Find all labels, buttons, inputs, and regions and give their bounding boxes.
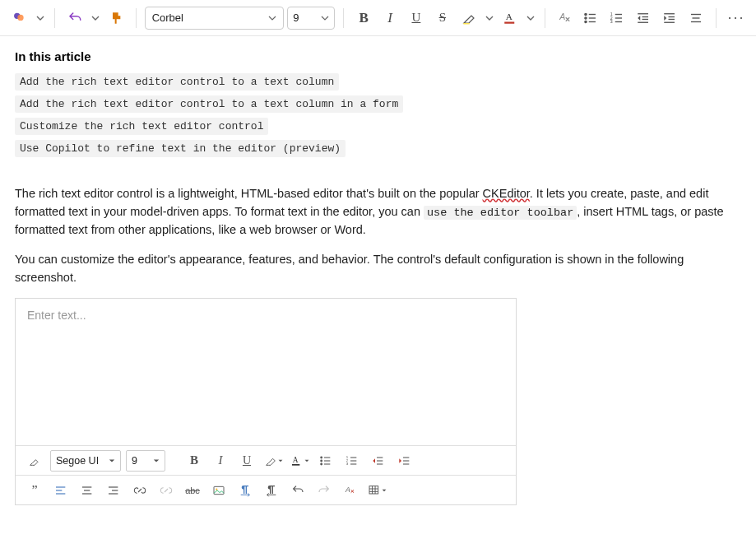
spellcheck-squiggle: CKEditor (483, 187, 530, 200)
undo-dropdown[interactable] (90, 14, 101, 22)
more-button[interactable]: ··· (725, 7, 748, 30)
blockquote-icon[interactable]: ” (24, 480, 45, 501)
divider (54, 8, 55, 28)
font-family-value-inner: Segoe UI (56, 455, 99, 467)
table-of-contents: Add the rich text editor control to a te… (15, 73, 741, 162)
font-size-value-inner: 9 (132, 455, 137, 467)
svg-point-33 (321, 463, 322, 465)
undo-icon-inner[interactable] (287, 480, 308, 501)
svg-point-6 (585, 16, 587, 18)
para1-part-a: The rich text editor control is a lightw… (15, 187, 483, 200)
font-size-select-inner[interactable]: 9 (126, 450, 165, 472)
font-size-select[interactable]: 9 (287, 7, 335, 30)
main-toolbar: Corbel 9 B I U S A A 123 ··· (0, 0, 756, 36)
align-button[interactable] (684, 7, 707, 30)
svg-point-57 (216, 488, 217, 490)
para2: You can customize the editor's appearanc… (15, 251, 741, 287)
font-size-value: 9 (293, 12, 299, 24)
svg-rect-59 (369, 486, 378, 493)
link-icon[interactable] (129, 480, 151, 501)
toc-link[interactable]: Add the rich text editor control to a te… (15, 73, 339, 91)
svg-text:A: A (345, 486, 350, 494)
italic-button-inner[interactable]: I (210, 450, 231, 472)
bullets-button[interactable] (579, 7, 602, 30)
copilot-dropdown[interactable] (35, 14, 46, 22)
highlight-dropdown[interactable] (484, 14, 495, 22)
svg-point-8 (585, 21, 587, 22)
align-center-icon[interactable] (77, 480, 98, 501)
font-color-button[interactable]: A (499, 7, 522, 30)
underline-button-inner[interactable]: U (236, 450, 257, 472)
bold-button[interactable]: B (352, 7, 375, 30)
svg-rect-28 (292, 464, 299, 466)
editor-toolbar-row1: Segoe UI 9 B I U A 123 (16, 445, 516, 475)
toc-link[interactable]: Add the rich text editor control to a te… (15, 95, 403, 113)
editor-screenshot: Enter text... Segoe UI 9 B I U A (15, 298, 517, 505)
rtl-icon[interactable] (261, 480, 282, 501)
inline-code: use the editor toolbar (424, 206, 577, 220)
undo-button[interactable] (63, 7, 86, 30)
clear-format-icon-inner[interactable]: A (340, 480, 361, 501)
divider (716, 8, 717, 28)
font-family-value: Corbel (152, 12, 183, 24)
divider (545, 8, 545, 28)
editor-content[interactable]: In this article Add the rich text editor… (0, 36, 756, 518)
decrease-indent-button[interactable] (632, 7, 655, 30)
divider (343, 8, 344, 28)
toc-link[interactable]: Customize the rich text editor control (15, 118, 268, 135)
article-header: In this article (15, 49, 741, 63)
align-left-icon[interactable] (50, 480, 72, 501)
divider (136, 8, 137, 28)
decrease-indent-button-inner[interactable] (368, 450, 389, 472)
svg-rect-56 (214, 486, 224, 494)
svg-point-29 (321, 457, 322, 458)
image-icon[interactable] (208, 480, 230, 501)
chevron-down-icon (321, 14, 329, 22)
chevron-down-icon (268, 14, 276, 22)
format-painter-button[interactable] (104, 7, 128, 30)
numbering-button-inner[interactable]: 123 (341, 450, 363, 472)
underline-button[interactable]: U (405, 7, 428, 30)
align-right-icon[interactable] (103, 480, 124, 501)
ltr-icon[interactable] (234, 480, 256, 501)
font-color-button-inner[interactable]: A (289, 450, 310, 472)
copilot-icon[interactable] (8, 7, 31, 30)
svg-text:A: A (292, 456, 298, 464)
bullets-button-inner[interactable] (315, 450, 336, 472)
increase-indent-button[interactable] (658, 7, 681, 30)
svg-text:A: A (559, 12, 565, 21)
svg-text:3: 3 (610, 19, 613, 24)
svg-text:3: 3 (346, 462, 349, 466)
numbering-button[interactable]: 123 (605, 7, 628, 30)
svg-text:A: A (505, 12, 513, 21)
svg-point-31 (321, 460, 322, 462)
highlight-button-inner[interactable] (262, 450, 284, 472)
clear-formatting-button[interactable]: A (554, 7, 577, 30)
table-icon[interactable] (366, 480, 387, 501)
format-painter-icon[interactable] (24, 450, 45, 472)
editor-toolbar-row2: ” abc (16, 475, 516, 504)
body-text: The rich text editor control is a lightw… (15, 185, 741, 286)
highlight-button[interactable] (457, 7, 480, 30)
svg-rect-0 (463, 23, 470, 25)
editor-placeholder: Enter text... (16, 299, 516, 445)
font-color-dropdown[interactable] (525, 14, 536, 22)
font-family-select-inner[interactable]: Segoe UI (50, 450, 121, 472)
strikethrough-icon-inner[interactable]: abc (182, 480, 203, 501)
font-family-select[interactable]: Corbel (145, 7, 285, 30)
svg-point-4 (585, 13, 587, 15)
italic-button[interactable]: I (378, 7, 401, 30)
strikethrough-button[interactable]: S (431, 7, 454, 30)
increase-indent-button-inner[interactable] (394, 450, 415, 472)
svg-rect-2 (504, 21, 514, 23)
toc-link[interactable]: Use Copilot to refine text in the editor… (15, 140, 346, 157)
unlink-icon[interactable] (155, 480, 177, 501)
redo-icon-inner[interactable] (313, 480, 335, 501)
bold-button-inner[interactable]: B (183, 450, 205, 472)
